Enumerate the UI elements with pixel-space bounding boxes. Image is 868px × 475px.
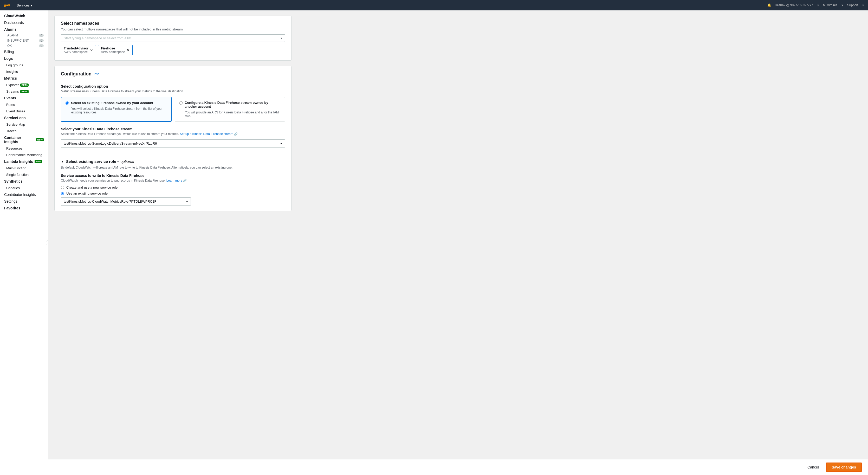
sidebar-item-lambda-insights[interactable]: Lambda Insights NEW bbox=[0, 158, 48, 165]
existing-role-value: testKinesisMetrics-CloudWatchMetricsRole… bbox=[64, 200, 156, 203]
sidebar-item-event-buses[interactable]: Event Buses bbox=[0, 108, 48, 115]
namespaces-desc: You can select multiple namespaces that … bbox=[61, 27, 285, 31]
chevron-down-icon-stream: ▾ bbox=[280, 142, 282, 145]
sidebar-item-synthetics[interactable]: Synthetics bbox=[0, 178, 48, 185]
sidebar-item-container-insights[interactable]: Container Insights NEW bbox=[0, 134, 48, 145]
sidebar-toggle[interactable]: ◀ bbox=[46, 240, 48, 245]
config-option-own-label: Select an existing Firehose owned by you… bbox=[71, 101, 153, 105]
badge-new-lambda: NEW bbox=[35, 160, 42, 163]
collapse-arrow-icon: ▼ bbox=[61, 160, 64, 164]
radio-own-account[interactable] bbox=[65, 101, 69, 105]
sidebar-item-billing[interactable]: Billing bbox=[0, 49, 48, 55]
radio-other-account[interactable] bbox=[179, 101, 183, 105]
existing-role-label: Use an existing service role bbox=[66, 191, 107, 195]
setup-firehose-link[interactable]: Set up a Kinesis Data Firehose stream 🔗 bbox=[180, 132, 238, 136]
sidebar-alarm-alarm[interactable]: ALARM 0 bbox=[0, 33, 48, 38]
select-config-section: Select configuration option Metric strea… bbox=[61, 84, 285, 122]
radio-existing-role[interactable] bbox=[61, 192, 64, 195]
sidebar-item-log-groups[interactable]: Log groups bbox=[0, 62, 48, 68]
sidebar-item-canaries[interactable]: Canaries bbox=[0, 185, 48, 191]
sidebar-item-contributor-insights[interactable]: Contributor Insights bbox=[0, 191, 48, 198]
services-button[interactable]: Services ▾ bbox=[17, 3, 32, 7]
tag-remove-trustedadvisor[interactable]: ✕ bbox=[90, 48, 93, 52]
tag-remove-firehose[interactable]: ✕ bbox=[127, 48, 130, 52]
sidebar-section-main: CloudWatch Dashboards Alarms ALARM 0 INS… bbox=[0, 10, 48, 214]
sidebar-alarm-insufficient[interactable]: INSUFFICIENT 0 bbox=[0, 38, 48, 43]
main-content: Select namespaces You can select multipl… bbox=[48, 10, 868, 475]
sidebar-item-single-function[interactable]: Single-function bbox=[0, 172, 48, 178]
config-option-title: Select configuration option bbox=[61, 84, 285, 88]
config-option-other-desc: You will provide an ARN for Kinesis Data… bbox=[179, 111, 281, 118]
badge-beta-streams: BETA bbox=[20, 90, 29, 93]
learn-more-icon: 🔗 bbox=[183, 179, 187, 182]
service-role-desc: By default CloudWatch will create an IAM… bbox=[61, 166, 285, 169]
tag-firehose: Firehose AWS namespace ✕ bbox=[98, 45, 132, 55]
namespaces-tags: TrustedAdvisor AWS namespace ✕ Firehose … bbox=[61, 45, 285, 55]
sidebar-item-cloudwatch[interactable]: CloudWatch bbox=[0, 12, 48, 19]
sidebar-item-metrics[interactable]: Metrics bbox=[0, 75, 48, 82]
sidebar-item-settings[interactable]: Settings bbox=[0, 198, 48, 205]
config-option-own-account[interactable]: Select an existing Firehose owned by you… bbox=[61, 97, 172, 122]
namespaces-card: Select namespaces You can select multipl… bbox=[54, 16, 291, 61]
top-nav-right: 🔔 keshav @ 9827-1633-7777 ▾ N. Virginia … bbox=[767, 3, 864, 7]
service-role-title: Select existing service role – optional bbox=[66, 159, 134, 164]
sidebar-item-traces[interactable]: Traces bbox=[0, 128, 48, 134]
top-nav: aws Services ▾ 🔔 keshav @ 9827-1633-7777… bbox=[0, 0, 868, 10]
sidebar-item-rules[interactable]: Rules bbox=[0, 101, 48, 108]
tag-trustedadvisor: TrustedAdvisor AWS namespace ✕ bbox=[61, 45, 96, 55]
cancel-button[interactable]: Cancel bbox=[803, 463, 823, 471]
config-option-other-label: Configure a Kinesis Data Firehose stream… bbox=[185, 101, 281, 109]
service-role-header[interactable]: ▼ Select existing service role – optiona… bbox=[61, 155, 285, 164]
sidebar-item-performance-monitoring[interactable]: Performance Monitoring bbox=[0, 152, 48, 158]
configuration-header: Configuration Info bbox=[61, 71, 285, 80]
sidebar-item-dashboards[interactable]: Dashboards bbox=[0, 19, 48, 26]
user-info[interactable]: keshav @ 9827-1633-7777 bbox=[775, 3, 813, 7]
badge-new-container: NEW bbox=[36, 138, 44, 141]
new-role-label: Create and use a new service role bbox=[66, 185, 118, 189]
existing-role-dropdown[interactable]: testKinesisMetrics-CloudWatchMetricsRole… bbox=[61, 198, 191, 206]
radio-new-role[interactable] bbox=[61, 186, 64, 189]
support-menu[interactable]: Support bbox=[847, 3, 858, 7]
stream-select-value: testKinesisMetrics-SumoLogicDeliveryStre… bbox=[64, 142, 157, 145]
sidebar-item-multi-function[interactable]: Multi-function bbox=[0, 165, 48, 172]
configuration-info-link[interactable]: Info bbox=[94, 72, 99, 76]
chevron-down-icon-user: ▾ bbox=[817, 3, 819, 7]
radio-row-new-role[interactable]: Create and use a new service role bbox=[61, 185, 285, 189]
sidebar-item-servicelens[interactable]: ServiceLens bbox=[0, 115, 48, 121]
badge-beta-explorer: BETA bbox=[20, 84, 29, 87]
aws-logo: aws bbox=[4, 3, 12, 8]
sidebar-item-insights[interactable]: Insights bbox=[0, 68, 48, 75]
config-option-own-desc: You will select a Kinesis Data Firehose … bbox=[65, 107, 167, 114]
sidebar-item-alarms[interactable]: Alarms bbox=[0, 26, 48, 33]
stream-select-title: Select your Kinesis Data Firehose stream bbox=[61, 127, 285, 131]
stream-select-dropdown[interactable]: testKinesisMetrics-SumoLogicDeliveryStre… bbox=[61, 140, 285, 148]
config-radio-options: Select an existing Firehose owned by you… bbox=[61, 97, 285, 122]
radio-row-existing-role[interactable]: Use an existing service role bbox=[61, 191, 285, 195]
service-access-desc: CloudWatch needs your permission to put … bbox=[61, 179, 285, 182]
namespaces-placeholder: Start typing a namespace or select from … bbox=[64, 36, 131, 40]
chevron-down-icon-role: ▾ bbox=[186, 200, 188, 203]
notifications-icon[interactable]: 🔔 bbox=[767, 3, 771, 7]
external-link-icon: 🔗 bbox=[234, 132, 238, 136]
namespaces-dropdown[interactable]: Start typing a namespace or select from … bbox=[61, 34, 285, 42]
footer-bar: Cancel Save changes bbox=[48, 459, 868, 475]
stream-select-section: Select your Kinesis Data Firehose stream… bbox=[61, 127, 285, 148]
sidebar: ◀ CloudWatch Dashboards Alarms ALARM 0 I… bbox=[0, 10, 48, 475]
sidebar-item-events[interactable]: Events bbox=[0, 95, 48, 101]
sidebar-item-logs[interactable]: Logs bbox=[0, 55, 48, 62]
config-option-other-account[interactable]: Configure a Kinesis Data Firehose stream… bbox=[175, 97, 285, 122]
sidebar-item-favorites: Favorites bbox=[0, 205, 48, 211]
sidebar-alarm-ok[interactable]: OK 0 bbox=[0, 43, 48, 49]
region-selector[interactable]: N. Virginia bbox=[823, 3, 837, 7]
sidebar-item-streams[interactable]: Streams BETA bbox=[0, 88, 48, 95]
save-changes-button[interactable]: Save changes bbox=[826, 463, 862, 472]
chevron-down-icon: ▾ bbox=[31, 3, 32, 7]
chevron-down-icon-support: ▾ bbox=[862, 3, 864, 7]
learn-more-link[interactable]: Learn more 🔗 bbox=[166, 179, 187, 182]
chevron-down-icon-namespace: ▾ bbox=[281, 36, 282, 40]
sidebar-item-resources[interactable]: Resources bbox=[0, 145, 48, 152]
configuration-card: Configuration Info Select configuration … bbox=[54, 66, 291, 211]
sidebar-item-explorer[interactable]: Explorer BETA bbox=[0, 82, 48, 88]
svg-text:aws: aws bbox=[4, 3, 10, 7]
sidebar-item-service-map[interactable]: Service Map bbox=[0, 121, 48, 128]
